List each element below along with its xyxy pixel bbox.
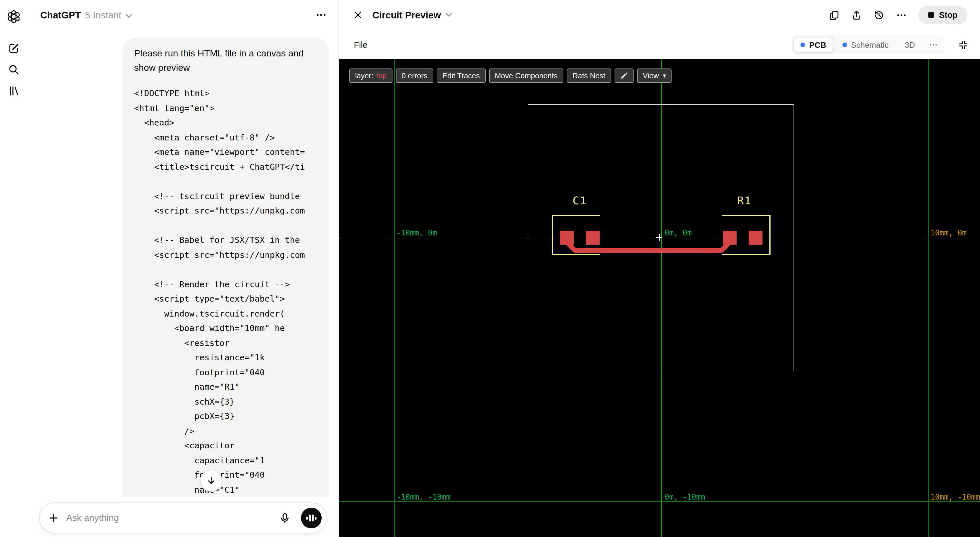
copy-icon[interactable] (829, 10, 840, 21)
coord-label: 0m, 0m (665, 228, 692, 237)
canvas-title: Circuit Preview (372, 10, 441, 21)
tab-pcb-label: PCB (809, 40, 826, 49)
chat-options-icon[interactable] (315, 9, 327, 21)
composer-pill[interactable] (39, 502, 327, 534)
history-icon[interactable] (873, 10, 885, 21)
tab-pcb[interactable]: PCB (794, 37, 833, 53)
edit-traces-label: Edit Traces (442, 72, 480, 80)
canvas-header: Circuit Preview Stop (339, 0, 980, 30)
chevron-down-icon (126, 14, 132, 18)
pencil-icon (620, 72, 628, 80)
user-message-text: Please run this HTML file in a canvas an… (134, 46, 317, 75)
chat-scroll-area[interactable]: Please run this HTML file in a canvas an… (28, 30, 338, 537)
canvas-menubar: File PCB Schematic 3D (339, 30, 980, 59)
component-label: R1 (737, 194, 751, 207)
model-switcher[interactable]: ChatGPT 5 Instant (40, 10, 132, 21)
tab-3d-label: 3D (905, 40, 915, 49)
stop-button[interactable]: Stop (918, 6, 967, 24)
status-dot-icon (800, 42, 805, 47)
user-message-code: <!DOCTYPE html> <html lang="en"> <head> … (134, 86, 317, 527)
canvas-title-dropdown[interactable]: Circuit Preview (372, 10, 452, 21)
stop-label: Stop (939, 10, 958, 19)
microphone-icon (279, 512, 291, 524)
user-message-bubble: Please run this HTML file in a canvas an… (123, 37, 329, 537)
composer-bar (28, 497, 338, 537)
coord-label: 10mm, 0m (931, 228, 966, 237)
pad (560, 231, 574, 245)
voice-mode-button[interactable] (301, 508, 322, 528)
waveform-icon (306, 515, 317, 521)
chat-panel: ChatGPT 5 Instant Please run this HTML f… (28, 0, 338, 537)
dictate-button[interactable] (275, 508, 295, 528)
pcb-viewport[interactable]: C1 R1 -10mm, 0m 0m, 0m 10mm, 0m -10mm, -… (339, 59, 980, 537)
canvas-panel: Circuit Preview Stop (338, 0, 980, 537)
component-label: C1 (573, 194, 587, 207)
chat-header: ChatGPT 5 Instant (28, 0, 338, 30)
app-title: ChatGPT (40, 10, 81, 21)
fullscreen-icon[interactable] (958, 40, 969, 50)
pad (723, 231, 737, 245)
share-icon[interactable] (851, 10, 862, 21)
status-dot-icon (842, 42, 847, 47)
left-rail (0, 0, 28, 537)
errors-button[interactable]: 0 errors (396, 69, 433, 83)
cursor-crosshair-icon (656, 234, 662, 241)
edit-traces-button[interactable]: Edit Traces (436, 69, 485, 83)
tab-schematic-label: Schematic (851, 40, 888, 49)
scroll-to-bottom-button[interactable] (200, 470, 222, 492)
canvas-actions: Stop (829, 6, 967, 24)
view-dropdown-button[interactable]: View (637, 69, 672, 83)
app-window: ChatGPT 5 Instant Please run this HTML f… (0, 0, 980, 537)
rats-nest-label: Rats Nest (573, 72, 605, 80)
layer-value: top (376, 72, 387, 80)
pcb-toolbar: layer: top 0 errors Edit Traces Move Com… (349, 69, 672, 83)
openai-logo-icon[interactable] (4, 7, 24, 27)
pad (749, 231, 762, 245)
library-icon[interactable] (4, 81, 24, 101)
attach-plus-icon[interactable] (48, 512, 59, 524)
coord-label: 0m, -10mm (665, 493, 705, 501)
coord-label: -10mm, -10mm (396, 493, 450, 501)
rats-nest-button[interactable]: Rats Nest (567, 69, 611, 83)
new-chat-icon[interactable] (4, 38, 24, 58)
tab-3d[interactable]: 3D (898, 37, 922, 53)
errors-label: 0 errors (402, 72, 428, 80)
coord-label: 10mm, -10mm (931, 493, 980, 501)
more-options-icon[interactable] (896, 10, 907, 21)
move-components-label: Move Components (495, 72, 557, 80)
layer-label: layer: (355, 72, 374, 80)
tabs-more-icon[interactable] (924, 37, 943, 53)
tab-schematic[interactable]: Schematic (835, 37, 896, 53)
model-name: 5 Instant (85, 10, 121, 21)
search-icon[interactable] (4, 60, 24, 80)
stop-square-icon (928, 12, 934, 18)
copper-trace (339, 59, 980, 537)
layer-selector-button[interactable]: layer: top (349, 69, 393, 83)
coord-label: -10mm, 0m (396, 228, 437, 237)
chevron-down-icon (445, 13, 452, 17)
arrow-down-icon (206, 475, 216, 486)
chat-input[interactable] (65, 512, 269, 524)
view-label: View (643, 72, 659, 80)
view-tabs: PCB Schematic 3D (792, 35, 944, 54)
pencil-tool-button[interactable] (614, 69, 633, 83)
move-components-button[interactable]: Move Components (489, 69, 563, 83)
view-switcher: PCB Schematic 3D (792, 35, 969, 54)
close-icon[interactable] (353, 10, 363, 20)
file-menu[interactable]: File (354, 40, 368, 49)
pad (586, 231, 600, 245)
